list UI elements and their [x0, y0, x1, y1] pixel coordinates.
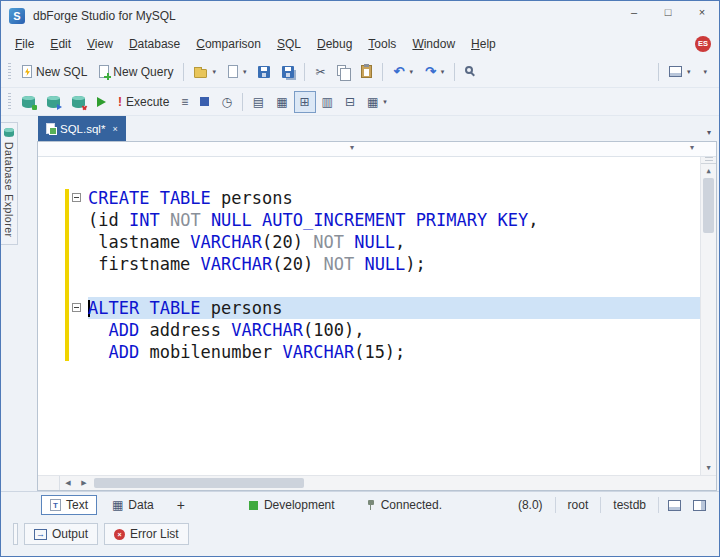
sql-editor[interactable]: CREATE TABLE persons(id INT NOT NULL AUT… — [38, 157, 716, 475]
copy-button[interactable] — [331, 61, 355, 83]
license-badge[interactable]: ES — [695, 36, 711, 52]
horizontal-scrollbar[interactable]: ◀ ▶ — [38, 475, 716, 490]
layout-right-button[interactable] — [690, 500, 709, 511]
new-query-button[interactable]: New Query — [93, 61, 179, 83]
results-option-button-2[interactable]: ▦ — [270, 91, 293, 113]
results-option-button-3[interactable]: ⊞ — [294, 91, 316, 113]
hscroll-track[interactable] — [92, 476, 700, 490]
code-token: (id — [88, 210, 129, 230]
save-button[interactable] — [252, 61, 276, 83]
results-layout-icon: ▥ — [322, 96, 333, 108]
menu-item-window[interactable]: Window — [404, 34, 463, 54]
document-tab[interactable]: SQL.sql* × — [38, 116, 126, 141]
menu-item-database[interactable]: Database — [121, 34, 188, 54]
toolbar-separator — [183, 63, 184, 81]
code-token: CREATE TABLE — [88, 188, 211, 208]
results-layout-icon: ⊟ — [345, 96, 355, 108]
redo-button[interactable]: ↷ ▾ — [419, 61, 450, 83]
change-connection-button[interactable] — [41, 91, 66, 113]
execute-button[interactable]: ! Execute — [112, 91, 175, 113]
database-explorer-tab[interactable]: Database Explorer — [1, 122, 18, 245]
environment-label[interactable]: Development — [264, 498, 335, 512]
fold-collapse-icon[interactable] — [72, 303, 81, 312]
save-all-button[interactable] — [276, 61, 300, 83]
results-option-button-5[interactable]: ⊟ — [339, 91, 361, 113]
menu-item-edit[interactable]: Edit — [42, 34, 79, 54]
save-all-icon — [282, 66, 294, 78]
window-title: dbForge Studio for MySQL — [33, 9, 176, 23]
connection-status: Connected. — [381, 498, 442, 512]
open-document-button[interactable]: ▾ — [222, 61, 253, 83]
menu-item-file[interactable]: File — [7, 34, 42, 54]
panel-bar: → Output × Error List — [1, 518, 719, 556]
history-button[interactable]: ◷ — [215, 91, 237, 113]
scroll-up-icon[interactable]: ▲ — [701, 164, 716, 178]
scroll-left-icon[interactable]: ◀ — [60, 476, 76, 490]
vertical-scrollbar[interactable]: ▲ ▼ — [700, 157, 716, 475]
cut-button[interactable]: ✂ — [309, 61, 331, 83]
code-token — [160, 210, 170, 230]
hscroll-thumb[interactable] — [94, 478, 304, 488]
tab-close-icon[interactable]: × — [112, 124, 117, 134]
scroll-right-icon[interactable]: ▶ — [76, 476, 92, 490]
code-line-8[interactable]: ADD mobilenumber VARCHAR(15); — [38, 341, 716, 363]
vscroll-track[interactable] — [701, 178, 716, 461]
view-tab-data[interactable]: ▦ Data — [103, 495, 163, 515]
vscroll-thumb[interactable] — [703, 178, 714, 233]
run-button[interactable] — [91, 91, 112, 113]
undo-button[interactable]: ↶ ▾ — [387, 61, 418, 83]
output-panel-button[interactable]: → Output — [24, 523, 98, 545]
paste-button[interactable] — [355, 61, 378, 83]
disconnect-button[interactable] — [66, 91, 91, 113]
menu-item-comparison[interactable]: Comparison — [188, 34, 269, 54]
maximize-button[interactable]: □ — [651, 1, 685, 31]
panel-grip[interactable] — [13, 523, 18, 545]
sql-toolbar: ! Execute ≡ ◷ ▤ ▦ ⊞ ▥ ⊟ ▦ ▾ — [1, 88, 719, 116]
error-list-panel-button[interactable]: × Error List — [104, 523, 189, 545]
add-view-button[interactable]: + — [169, 497, 193, 513]
fold-collapse-icon[interactable] — [72, 193, 81, 202]
new-connection-button[interactable] — [16, 91, 41, 113]
toolbar-options-button[interactable]: ▾ — [696, 61, 713, 83]
results-option-button-4[interactable]: ▥ — [316, 91, 339, 113]
code-line-2[interactable]: (id INT NOT NULL AUTO_INCREMENT PRIMARY … — [38, 209, 716, 231]
execute-script-button[interactable]: ≡ — [175, 91, 194, 113]
database-explorer-label: Database Explorer — [3, 142, 15, 237]
menu-item-debug[interactable]: Debug — [309, 34, 360, 54]
code-line-1[interactable]: CREATE TABLE persons — [38, 187, 716, 209]
find-button[interactable] — [459, 61, 482, 83]
layout-combo-button[interactable]: ▾ — [663, 61, 697, 83]
menu-item-view[interactable]: View — [79, 34, 121, 54]
menu-item-help[interactable]: Help — [463, 34, 504, 54]
new-sql-button[interactable]: New SQL — [16, 61, 93, 83]
code-line-5[interactable] — [38, 275, 716, 297]
minimize-button[interactable]: – — [617, 1, 651, 31]
menu-item-sql[interactable]: SQL — [269, 34, 309, 54]
stop-button[interactable] — [194, 91, 215, 113]
open-file-button[interactable]: ▾ — [188, 61, 222, 83]
code-line-4[interactable]: firstname VARCHAR(20) NOT NULL); — [38, 253, 716, 275]
user-name: root — [562, 498, 595, 512]
grid-icon: ▦ — [367, 96, 378, 108]
data-grid-icon: ▦ — [112, 499, 123, 511]
code-line-6[interactable]: ALTER TABLE persons — [38, 297, 716, 319]
navigation-dropdown-icon[interactable]: ▾ — [350, 143, 354, 152]
close-button[interactable]: × — [685, 1, 719, 31]
statusbar-separator — [600, 497, 601, 513]
new-sql-label: New SQL — [36, 65, 87, 79]
code-line-3[interactable]: lastname VARCHAR(20) NOT NULL, — [38, 231, 716, 253]
view-tab-text[interactable]: T Text — [41, 495, 97, 515]
output-icon: → — [34, 529, 47, 540]
navigation-dropdown-icon[interactable]: ▾ — [690, 143, 694, 152]
results-combo-button[interactable]: ▦ ▾ — [361, 91, 393, 113]
code-token: lastname — [88, 232, 190, 252]
layout-bottom-button[interactable] — [665, 500, 684, 511]
menu-item-tools[interactable]: Tools — [360, 34, 404, 54]
code-token: (20) — [272, 254, 323, 274]
results-option-button-1[interactable]: ▤ — [247, 91, 270, 113]
code-line-7[interactable]: ADD address VARCHAR(100), — [38, 319, 716, 341]
hscroll-splitter[interactable] — [38, 476, 60, 490]
open-documents-dropdown-icon[interactable]: ▾ — [707, 128, 717, 141]
scroll-down-icon[interactable]: ▼ — [701, 461, 716, 475]
history-clock-icon: ◷ — [221, 96, 231, 108]
